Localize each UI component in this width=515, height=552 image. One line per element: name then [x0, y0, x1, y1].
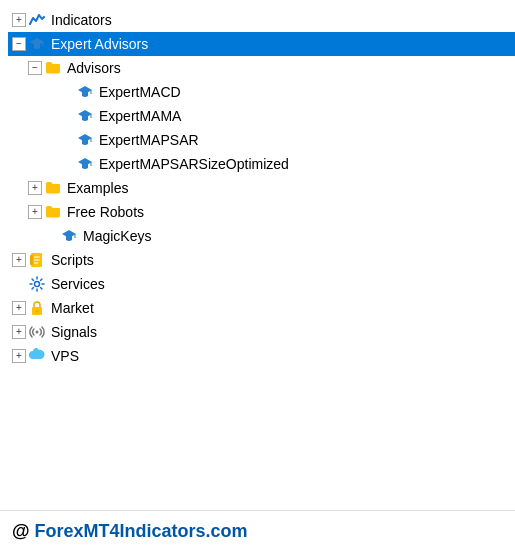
services-icon — [29, 275, 47, 293]
svg-rect-5 — [91, 114, 92, 118]
tree-item-label-indicators: Indicators — [51, 12, 118, 28]
tree-item-vps[interactable]: + VPS — [8, 344, 515, 368]
tree-item-expertmapsar[interactable]: ExpertMAPSAR — [8, 128, 515, 152]
tree-expander-indicators[interactable]: + — [12, 13, 26, 27]
graduation-icon — [77, 131, 95, 149]
tree-item-scripts[interactable]: + Scripts — [8, 248, 515, 272]
tree-item-label-expertmacd: ExpertMACD — [99, 84, 187, 100]
svg-rect-1 — [43, 42, 44, 46]
tree-expander-free-robots[interactable]: + — [28, 205, 42, 219]
tree-item-indicators[interactable]: + Indicators — [8, 8, 515, 32]
tree-item-expert-advisors[interactable]: − Expert Advisors — [8, 32, 515, 56]
tree-expander-examples[interactable]: + — [28, 181, 42, 195]
tree-item-label-vps: VPS — [51, 348, 85, 364]
tree-item-expertmama[interactable]: ExpertMAMA — [8, 104, 515, 128]
svg-point-20 — [36, 331, 39, 334]
tree-item-label-advisors: Advisors — [67, 60, 127, 76]
svg-rect-7 — [91, 138, 92, 142]
tree-item-services[interactable]: Services — [8, 272, 515, 296]
tree-item-label-free-robots: Free Robots — [67, 204, 150, 220]
tree-item-market[interactable]: + Market — [8, 296, 515, 320]
tree-expander-market[interactable]: + — [12, 301, 26, 315]
tree-item-label-services: Services — [51, 276, 111, 292]
tree-item-label-market: Market — [51, 300, 100, 316]
signals-icon — [29, 323, 47, 341]
graduation-icon — [29, 35, 47, 53]
footer-at: @ — [12, 521, 30, 541]
footer-brand-text: ForexMT4Indicators.com — [30, 521, 248, 541]
tree-item-label-scripts: Scripts — [51, 252, 100, 268]
tree-item-label-expertmama: ExpertMAMA — [99, 108, 187, 124]
tree-item-label-expert-advisors: Expert Advisors — [51, 36, 154, 52]
indicators-icon — [29, 11, 47, 29]
tree-item-magickeys[interactable]: MagicKeys — [8, 224, 515, 248]
tree-item-expertmapsarsizeoptimized[interactable]: ExpertMAPSARSizeOptimized — [8, 152, 515, 176]
vps-icon — [29, 347, 47, 365]
tree-item-signals[interactable]: + Signals — [8, 320, 515, 344]
graduation-icon — [77, 107, 95, 125]
folder-icon — [45, 59, 63, 77]
script-icon — [29, 251, 47, 269]
tree-expander-vps[interactable]: + — [12, 349, 26, 363]
tree-item-expertmacd[interactable]: ExpertMACD — [8, 80, 515, 104]
folder-icon — [45, 203, 63, 221]
tree-item-label-expertmapsar: ExpertMAPSAR — [99, 132, 205, 148]
footer-brand: @ ForexMT4Indicators.com — [0, 510, 515, 552]
navigator-tree: + Indicators− Expert Advisors−Advisors E… — [0, 0, 515, 368]
svg-point-19 — [36, 310, 39, 313]
tree-item-label-signals: Signals — [51, 324, 103, 340]
svg-rect-13 — [30, 255, 33, 265]
tree-item-label-expertmapsarsizeoptimized: ExpertMAPSARSizeOptimized — [99, 156, 295, 172]
tree-expander-advisors[interactable]: − — [28, 61, 42, 75]
svg-rect-11 — [75, 234, 76, 238]
tree-item-free-robots[interactable]: +Free Robots — [8, 200, 515, 224]
tree-expander-signals[interactable]: + — [12, 325, 26, 339]
svg-rect-3 — [91, 90, 92, 94]
market-icon — [29, 299, 47, 317]
tree-expander-expert-advisors[interactable]: − — [12, 37, 26, 51]
folder-icon — [45, 179, 63, 197]
graduation-icon — [77, 83, 95, 101]
graduation-icon — [77, 155, 95, 173]
tree-item-label-magickeys: MagicKeys — [83, 228, 157, 244]
svg-rect-9 — [91, 162, 92, 166]
tree-item-examples[interactable]: +Examples — [8, 176, 515, 200]
graduation-icon — [61, 227, 79, 245]
svg-point-17 — [35, 282, 40, 287]
tree-expander-scripts[interactable]: + — [12, 253, 26, 267]
tree-item-advisors[interactable]: −Advisors — [8, 56, 515, 80]
tree-item-label-examples: Examples — [67, 180, 134, 196]
